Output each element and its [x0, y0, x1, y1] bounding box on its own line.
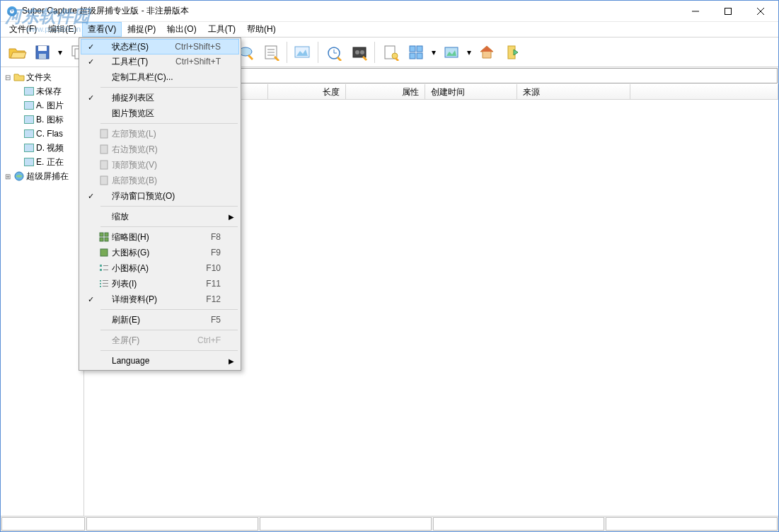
- menu-edit[interactable]: 编辑(E): [42, 22, 82, 37]
- expand-icon[interactable]: ⊞: [4, 173, 12, 180]
- menu-capture[interactable]: 捕捉(P): [122, 22, 161, 37]
- image-icon: [23, 86, 35, 97]
- menubar: 文件(F) 编辑(E) 查看(V) 捕捉(P) 输出(O) 工具(T) 帮助(H…: [1, 22, 778, 37]
- menu-item-label: 缩略图(H): [110, 231, 211, 243]
- check-icon: ✓: [83, 57, 98, 66]
- menu-item-label: Language: [110, 356, 221, 366]
- tree-item[interactable]: D. 视频: [2, 141, 82, 155]
- edit-button[interactable]: [379, 40, 403, 64]
- globe-icon: [13, 170, 25, 182]
- timer-button[interactable]: [322, 40, 346, 64]
- svg-rect-63: [100, 238, 103, 241]
- menu-shortcut: F9: [211, 248, 226, 258]
- menu-file[interactable]: 文件(F): [4, 22, 42, 37]
- menu-tools[interactable]: 工具(T): [202, 22, 241, 37]
- menu-item[interactable]: ✓捕捉列表区: [81, 90, 239, 105]
- menu-item-label: 全屏(F): [110, 335, 197, 347]
- menu-item-label: 底部预览(B): [110, 175, 221, 187]
- menu-item[interactable]: 缩放▶: [81, 209, 239, 224]
- menu-item-label: 缩放: [110, 211, 221, 223]
- view-grid-button[interactable]: [404, 40, 428, 64]
- status-cell: [1, 517, 85, 531]
- tree-item[interactable]: B. 图标: [2, 112, 82, 127]
- tree-item[interactable]: C. Flas: [2, 127, 82, 141]
- menu-item[interactable]: 大图标(G)F9: [81, 245, 239, 260]
- svg-rect-64: [105, 238, 108, 241]
- menu-item[interactable]: ✓详细资料(P)F12: [81, 291, 239, 307]
- status-cell: [433, 517, 605, 531]
- tree-item[interactable]: E. 正在: [2, 155, 82, 169]
- statusbar: [1, 516, 778, 531]
- menu-output[interactable]: 输出(O): [161, 22, 202, 37]
- menu-item-label: 刷新(E): [110, 314, 211, 326]
- save-button[interactable]: [30, 40, 54, 64]
- svg-rect-54: [25, 144, 34, 152]
- tree-footer[interactable]: ⊞ 超级屏捕在: [2, 169, 82, 183]
- video-button[interactable]: [347, 40, 371, 64]
- menu-item[interactable]: 列表(I)F11: [81, 276, 239, 291]
- column-header-blank[interactable]: [630, 84, 778, 99]
- tree-item[interactable]: A. 图片: [2, 98, 82, 112]
- small-icon: [98, 263, 110, 273]
- menu-help[interactable]: 帮助(H): [241, 22, 282, 37]
- svg-rect-61: [100, 233, 103, 236]
- home-button[interactable]: [475, 40, 499, 64]
- view-image-dropdown[interactable]: ▾: [465, 47, 473, 57]
- close-button[interactable]: [744, 1, 777, 21]
- check-icon: ✓: [83, 93, 98, 103]
- sidebar: ⊟ 文件夹 未保存 A. 图片 B. 图标 C. Flas D. 视频 E. 正…: [1, 67, 84, 516]
- menu-item: 右边预览(R): [81, 141, 239, 157]
- menu-item[interactable]: ✓状态栏(S)Ctrl+Shift+S: [81, 39, 239, 54]
- menu-item-label: 小图标(A): [110, 262, 206, 274]
- svg-rect-65: [100, 249, 108, 256]
- menu-item[interactable]: 刷新(E)F5: [81, 312, 239, 328]
- open-button[interactable]: [5, 40, 29, 64]
- menu-item[interactable]: 缩略图(H)F8: [81, 229, 239, 245]
- svg-rect-74: [100, 286, 101, 287]
- svg-rect-7: [38, 46, 47, 51]
- tree-root[interactable]: ⊟ 文件夹: [2, 70, 82, 84]
- menu-item[interactable]: 定制工具栏(C)...: [81, 69, 239, 85]
- menu-shortcut: Ctrl+Shift+T: [175, 57, 226, 66]
- menu-shortcut: F11: [206, 279, 226, 289]
- menu-item[interactable]: 小图标(A)F10: [81, 260, 239, 276]
- menu-item: 顶部预览(V): [81, 157, 239, 173]
- svg-rect-8: [39, 54, 46, 59]
- menu-item[interactable]: ✓工具栏(T)Ctrl+Shift+T: [81, 54, 239, 69]
- menu-item[interactable]: 图片预览区: [81, 105, 239, 121]
- menu-item-label: 捕捉列表区: [110, 92, 221, 104]
- menu-shortcut: F5: [211, 315, 226, 325]
- column-header-attr[interactable]: 属性: [346, 84, 425, 99]
- view-dropdown: ✓状态栏(S)Ctrl+Shift+S✓工具栏(T)Ctrl+Shift+T定制…: [79, 37, 241, 371]
- menu-item[interactable]: ✓浮动窗口预览(O): [81, 188, 239, 204]
- status-cell: [86, 517, 258, 531]
- check-icon: ✓: [83, 192, 98, 201]
- column-header-length[interactable]: 长度: [268, 84, 346, 99]
- view-grid-dropdown[interactable]: ▾: [429, 47, 438, 57]
- image-icon: [23, 142, 35, 154]
- menu-item-label: 右边预览(R): [110, 144, 221, 156]
- capture-image-button[interactable]: [291, 40, 315, 64]
- collapse-icon[interactable]: ⊟: [4, 74, 12, 81]
- large-icon: [98, 248, 110, 258]
- column-header-source[interactable]: 来源: [517, 84, 630, 99]
- maximize-button[interactable]: [712, 1, 744, 21]
- menu-view[interactable]: 查看(V): [82, 22, 122, 37]
- capture-menu-button[interactable]: [260, 40, 284, 64]
- view-image-button[interactable]: [439, 40, 463, 64]
- minimize-button[interactable]: [679, 1, 712, 21]
- exit-button[interactable]: [500, 40, 524, 64]
- thumb-icon: [98, 232, 110, 242]
- submenu-arrow-icon: ▶: [226, 357, 236, 365]
- save-dropdown[interactable]: ▾: [56, 47, 64, 57]
- image-icon: [23, 114, 35, 125]
- svg-rect-58: [100, 145, 108, 154]
- menu-item-label: 状态栏(S): [110, 41, 175, 53]
- submenu-arrow-icon: ▶: [226, 213, 236, 221]
- column-header-created[interactable]: 创建时间: [425, 84, 517, 99]
- menu-item-label: 左部预览(L): [110, 128, 221, 140]
- tree-item[interactable]: 未保存: [2, 84, 82, 98]
- svg-rect-42: [417, 46, 422, 52]
- check-icon: ✓: [83, 295, 98, 304]
- menu-item[interactable]: Language▶: [81, 353, 239, 369]
